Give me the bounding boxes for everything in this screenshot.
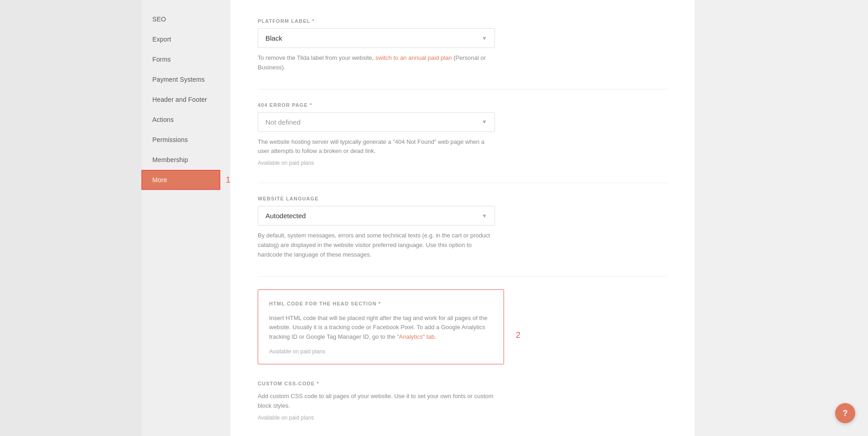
platform-label-text: Black xyxy=(265,34,282,42)
sidebar-item-permissions[interactable]: Permissions xyxy=(141,130,230,150)
divider-2 xyxy=(258,183,667,183)
annotation-1: 1 xyxy=(226,175,230,185)
analytics-tab-link[interactable]: "Analytics" tab. xyxy=(397,333,437,340)
paid-plan-link[interactable]: switch to an annual paid plan xyxy=(375,54,452,61)
html-code-section-wrapper: HTML CODE FOR THE HEAD SECTION * Insert … xyxy=(258,289,504,381)
help-icon: ? xyxy=(843,409,848,418)
error-page-desc: The website hosting server will typicall… xyxy=(258,137,495,157)
chevron-down-icon: ▼ xyxy=(482,35,487,42)
annotation-2: 2 xyxy=(516,330,520,340)
platform-label-desc: To remove the Tilda label from your webs… xyxy=(258,53,495,73)
platform-label-value[interactable]: Black ▼ xyxy=(258,29,494,47)
error-page-select[interactable]: Not defined ▼ xyxy=(258,112,495,132)
custom-css-desc: Add custom CSS code to all pages of your… xyxy=(258,392,495,411)
sidebar-item-seo[interactable]: SEO xyxy=(141,9,230,29)
error-page-value[interactable]: Not defined ▼ xyxy=(258,113,494,131)
sidebar-item-membership[interactable]: Membership xyxy=(141,150,230,170)
platform-label-select[interactable]: Black ▼ xyxy=(258,28,495,48)
help-button[interactable]: ? xyxy=(835,403,855,423)
custom-css-field-label: CUSTOM CSS-CODE * xyxy=(258,381,667,386)
html-code-desc: Insert HTML code that will be placed rig… xyxy=(269,314,493,342)
platform-label-section: PLATFORM LABEL * Black ▼ To remove the T… xyxy=(258,18,667,73)
website-language-value[interactable]: Autodetected ▼ xyxy=(258,206,494,225)
sidebar: SEOExportFormsPayment SystemsHeader and … xyxy=(141,0,230,436)
left-panel xyxy=(0,0,141,436)
sidebar-item-header-and-footer[interactable]: Header and Footer xyxy=(141,89,230,110)
html-code-field-label: HTML CODE FOR THE HEAD SECTION * xyxy=(269,301,493,306)
html-code-section-box: HTML CODE FOR THE HEAD SECTION * Insert … xyxy=(258,289,504,364)
website-language-text: Autodetected xyxy=(265,212,306,220)
error-page-section: 404 ERROR PAGE * Not defined ▼ The websi… xyxy=(258,102,667,167)
custom-css-section: CUSTOM CSS-CODE * Add custom CSS code to… xyxy=(258,381,667,421)
main-content: PLATFORM LABEL * Black ▼ To remove the T… xyxy=(230,0,695,436)
custom-css-paid: Available on paid plans xyxy=(258,415,667,421)
sidebar-item-payment-systems[interactable]: Payment Systems xyxy=(141,69,230,89)
error-page-paid: Available on paid plans xyxy=(258,160,667,166)
html-code-paid: Available on paid plans xyxy=(269,348,493,355)
divider-1 xyxy=(258,89,667,89)
sidebar-item-export[interactable]: Export xyxy=(141,29,230,49)
website-language-select[interactable]: Autodetected ▼ xyxy=(258,206,495,226)
website-language-desc: By default, system messages, errors and … xyxy=(258,231,495,259)
divider-3 xyxy=(258,276,667,277)
website-language-field-label: WEBSITE LANGUAGE xyxy=(258,196,667,201)
sidebar-item-forms[interactable]: Forms xyxy=(141,49,230,69)
error-page-placeholder: Not defined xyxy=(265,118,301,126)
chevron-down-icon: ▼ xyxy=(482,119,487,125)
error-page-field-label: 404 ERROR PAGE * xyxy=(258,102,667,108)
website-language-section: WEBSITE LANGUAGE Autodetected ▼ By defau… xyxy=(258,196,667,259)
sidebar-item-more[interactable]: More xyxy=(141,170,220,190)
chevron-down-icon: ▼ xyxy=(482,213,487,219)
right-panel xyxy=(695,0,868,436)
platform-label-field-label: PLATFORM LABEL * xyxy=(258,18,667,24)
sidebar-item-actions[interactable]: Actions xyxy=(141,110,230,130)
